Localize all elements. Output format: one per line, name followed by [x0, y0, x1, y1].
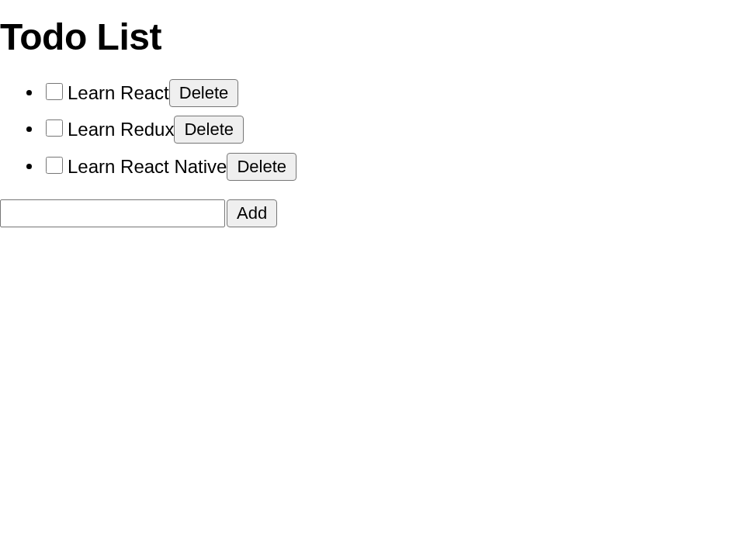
todo-checkbox[interactable]: [46, 83, 63, 100]
todo-text: Learn Redux: [68, 119, 174, 140]
todo-list: Learn ReactDelete Learn ReduxDelete Lear…: [0, 74, 756, 184]
todo-checkbox[interactable]: [46, 157, 63, 174]
delete-button[interactable]: Delete: [169, 79, 239, 107]
page-title: Todo List: [0, 16, 756, 58]
list-item: Learn ReduxDelete: [43, 110, 756, 147]
todo-text: Learn React: [68, 82, 169, 103]
list-item: Learn ReactDelete: [43, 74, 756, 110]
delete-button[interactable]: Delete: [174, 116, 244, 144]
todo-checkbox[interactable]: [46, 119, 63, 137]
add-button[interactable]: Add: [227, 199, 277, 227]
delete-button[interactable]: Delete: [227, 153, 297, 181]
todo-text: Learn React Native: [68, 156, 227, 177]
add-todo-row: Add: [0, 199, 756, 227]
list-item: Learn React NativeDelete: [43, 147, 756, 184]
new-todo-input[interactable]: [0, 199, 225, 227]
